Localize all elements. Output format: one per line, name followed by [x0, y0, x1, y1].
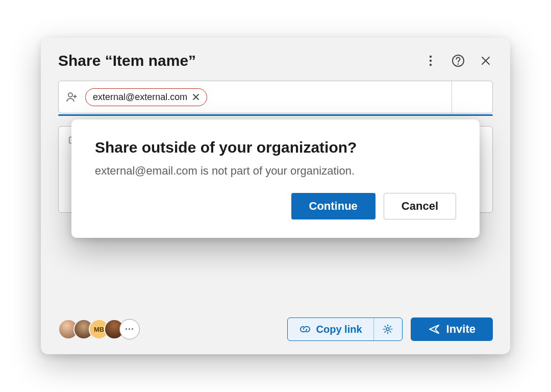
help-icon: [452, 54, 465, 67]
person-add-icon: [66, 91, 78, 103]
more-options-button[interactable]: [423, 54, 438, 68]
svg-point-4: [458, 63, 459, 65]
shared-with-avatars[interactable]: MB ···: [58, 319, 140, 339]
confirm-title: Share outside of your organization?: [95, 139, 456, 156]
send-icon: [428, 323, 440, 335]
permission-selector[interactable]: [452, 81, 492, 113]
continue-button[interactable]: Continue: [291, 193, 375, 219]
help-button[interactable]: [451, 54, 465, 68]
header-actions: [423, 54, 493, 68]
recipient-chip[interactable]: external@external.com: [85, 88, 207, 106]
close-icon: [481, 56, 491, 66]
svg-point-5: [68, 93, 72, 97]
more-vertical-icon: [429, 55, 432, 66]
invite-button[interactable]: Invite: [411, 317, 493, 341]
copy-link-group: Copy link: [287, 317, 403, 341]
gear-icon: [382, 324, 393, 335]
confirm-body: external@email.com is not part of your o…: [95, 164, 456, 178]
copy-link-button[interactable]: Copy link: [288, 318, 373, 340]
confirm-actions: Continue Cancel: [95, 193, 456, 219]
copy-link-label: Copy link: [316, 324, 362, 335]
invite-label: Invite: [446, 323, 475, 336]
confirm-external-share-dialog: Share outside of your organization? exte…: [71, 119, 480, 238]
svg-point-2: [430, 64, 432, 66]
dialog-footer: MB ··· Copy link Invite: [58, 305, 493, 341]
input-focus-underline: [58, 114, 493, 116]
link-icon: [299, 323, 311, 335]
svg-point-7: [386, 328, 389, 331]
chip-remove-icon[interactable]: [192, 93, 199, 101]
avatar-overflow[interactable]: ···: [119, 319, 140, 339]
footer-actions: Copy link Invite: [287, 317, 493, 341]
recipient-chip-label: external@external.com: [93, 92, 187, 103]
recipient-input[interactable]: external@external.com: [58, 81, 493, 113]
dialog-title: Share “Item name”: [58, 52, 196, 69]
svg-point-1: [430, 60, 432, 62]
cancel-button[interactable]: Cancel: [384, 193, 456, 219]
svg-point-0: [430, 56, 432, 58]
dialog-header: Share “Item name”: [58, 52, 493, 69]
link-settings-button[interactable]: [373, 318, 402, 340]
close-button[interactable]: [479, 54, 493, 68]
